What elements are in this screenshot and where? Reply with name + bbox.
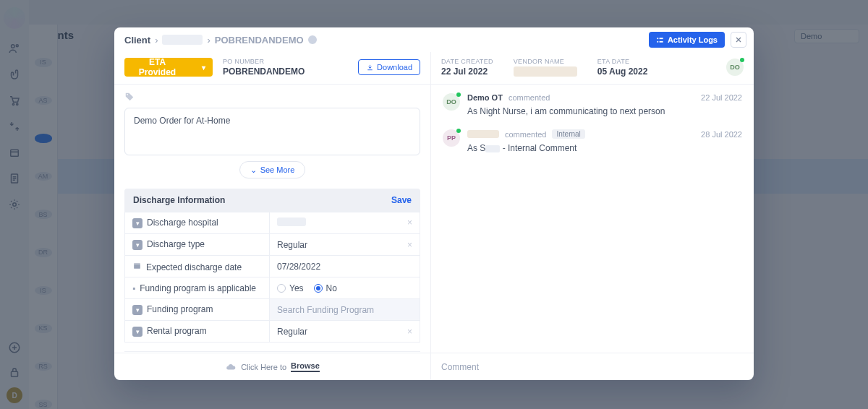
discharge-section-header: Discharge Information Save: [124, 189, 420, 212]
comment-body: As Night Nurse, i am communicating to ne…: [467, 106, 742, 116]
see-more-button[interactable]: ⌄ See More: [239, 161, 306, 178]
breadcrumb-client-redacted[interactable]: [162, 35, 203, 45]
comment-date: 22 Jul 2022: [701, 93, 742, 102]
calendar-icon: [132, 262, 142, 272]
field-placeholder: Search Funding Program: [277, 305, 374, 315]
comment-avatar: DO: [443, 93, 460, 111]
chevron-down-icon: ▾: [132, 327, 142, 337]
clear-icon[interactable]: ×: [407, 218, 412, 228]
close-button[interactable]: [731, 32, 746, 48]
clear-icon[interactable]: ×: [407, 240, 412, 250]
field-value: 07/28/2022: [277, 262, 320, 272]
chevron-down-icon: ▾: [132, 305, 142, 315]
comment-internal-tag: Internal: [552, 129, 584, 139]
upload-text: Click Here to: [241, 363, 286, 371]
funding-yes-radio[interactable]: Yes: [277, 283, 304, 293]
download-label: Download: [377, 63, 412, 72]
clear-icon[interactable]: ×: [407, 327, 412, 337]
right-column: DATE CREATED 22 Jul 2022 VENDOR NAME ETA…: [431, 52, 754, 353]
chevron-down-icon: ▾: [202, 64, 205, 72]
field-label: Rental program: [147, 326, 207, 336]
date-created-block: DATE CREATED 22 Jul 2022: [441, 58, 493, 77]
breadcrumb-root[interactable]: Client: [124, 35, 150, 46]
comments-list: DO Demo OT commented 22 Jul 2022 As Nigh…: [431, 85, 754, 353]
comment-item: DO Demo OT commented 22 Jul 2022 As Nigh…: [443, 93, 742, 116]
left-column: ETA Provided ▾ PO NUMBER POBRENDANDEMO D…: [114, 52, 431, 353]
eta-date-block: ETA DATE 05 Aug 2022: [597, 58, 648, 77]
comment-body: As S - Internal Comment: [467, 143, 742, 153]
expected-date-input[interactable]: 07/28/2022: [270, 256, 420, 277]
comment-author: Demo OT: [467, 93, 503, 102]
breadcrumb-leaf: POBRENDANDEMO: [215, 35, 304, 46]
funding-no-radio[interactable]: No: [314, 283, 337, 293]
comment-input[interactable]: [441, 362, 744, 372]
chevron-right-icon: ›: [207, 35, 210, 46]
discharge-save-button[interactable]: Save: [391, 195, 412, 205]
field-label: Funding program: [147, 304, 213, 314]
download-button[interactable]: Download: [358, 59, 420, 75]
list-icon: [656, 36, 664, 44]
vendor-name-block: VENDOR NAME: [514, 58, 577, 77]
eta-status-label: ETA Provided: [132, 57, 183, 77]
field-label: Funding program is applicable: [140, 283, 256, 293]
square-icon: ▪: [132, 283, 135, 293]
info-icon[interactable]: [308, 35, 317, 44]
meta-value: 22 Jul 2022: [441, 66, 493, 77]
order-detail-modal: Client › › POBRENDANDEMO Activity Logs E…: [114, 27, 754, 380]
assignee-avatar[interactable]: DO: [726, 59, 744, 76]
field-value: Regular: [277, 327, 307, 337]
discharge-type-input[interactable]: Regular×: [270, 234, 420, 256]
field-label: Expected discharge date: [146, 262, 242, 272]
vendor-name-redacted: [514, 66, 577, 77]
comment-author-redacted: [467, 130, 499, 138]
breadcrumb: Client › › POBRENDANDEMO: [124, 35, 317, 46]
chevron-right-icon: ›: [155, 35, 158, 46]
chevron-down-icon: ▾: [132, 218, 142, 228]
meta-label: DATE CREATED: [441, 58, 493, 65]
comment-action: commented: [509, 93, 550, 102]
modal-header: Client › › POBRENDANDEMO Activity Logs: [114, 27, 754, 52]
activity-logs-button[interactable]: Activity Logs: [649, 32, 725, 48]
chevron-down-icon: ▾: [132, 240, 142, 250]
discharge-hospital-input[interactable]: ×: [270, 212, 420, 234]
comment-item: PP commented Internal 28 Jul 2022 As S -…: [443, 129, 742, 153]
expected-date-row: Expected discharge date 07/28/2022: [125, 256, 420, 277]
cloud-upload-icon: [225, 362, 237, 372]
svg-rect-12: [660, 40, 663, 42]
meta-label: ETA DATE: [597, 58, 648, 65]
discharge-title: Discharge Information: [133, 195, 225, 205]
meta-label: VENDOR NAME: [514, 58, 577, 65]
comment-action: commented: [505, 130, 546, 139]
download-icon: [366, 64, 374, 72]
redacted-text: [485, 145, 500, 152]
field-label: Discharge type: [147, 239, 205, 249]
funding-program-input: Search Funding Program: [270, 299, 420, 321]
rental-program-row: ▾Rental program Regular×: [125, 321, 420, 343]
comment-date: 28 Jul 2022: [701, 130, 742, 139]
po-number-value: POBRENDANDEMO: [223, 66, 305, 77]
browse-link[interactable]: Browse: [291, 361, 320, 372]
funding-program-row: ▾Funding program Search Funding Program: [125, 299, 420, 321]
radio-label: No: [326, 283, 337, 293]
meta-value: 05 Aug 2022: [597, 66, 648, 77]
rental-program-input[interactable]: Regular×: [270, 321, 420, 343]
upload-area[interactable]: Click Here to Browse: [114, 353, 431, 380]
discharge-hospital-row: ▾Discharge hospital ×: [125, 212, 420, 234]
close-icon: [734, 35, 743, 44]
modal-footer: Click Here to Browse: [114, 353, 754, 380]
po-number-block: PO NUMBER POBRENDANDEMO: [223, 58, 305, 77]
discharge-type-row: ▾Discharge type Regular×: [125, 234, 420, 256]
funding-applicable-row: ▪Funding program is applicable Yes No: [125, 277, 420, 299]
tag-icon[interactable]: [124, 92, 420, 102]
eta-status-dropdown[interactable]: ETA Provided ▾: [124, 58, 213, 77]
field-label: Discharge hospital: [147, 218, 218, 228]
chevron-down-icon: ⌄: [250, 165, 257, 175]
discharge-table: ▾Discharge hospital × ▾Discharge type Re…: [124, 212, 420, 343]
activity-logs-label: Activity Logs: [668, 35, 718, 44]
svg-rect-14: [134, 263, 140, 264]
comment-avatar: PP: [443, 129, 460, 147]
svg-rect-10: [657, 40, 658, 42]
order-note[interactable]: Demo Order for At-Home: [124, 108, 420, 155]
radio-label: Yes: [289, 283, 304, 293]
po-number-label: PO NUMBER: [223, 58, 305, 65]
